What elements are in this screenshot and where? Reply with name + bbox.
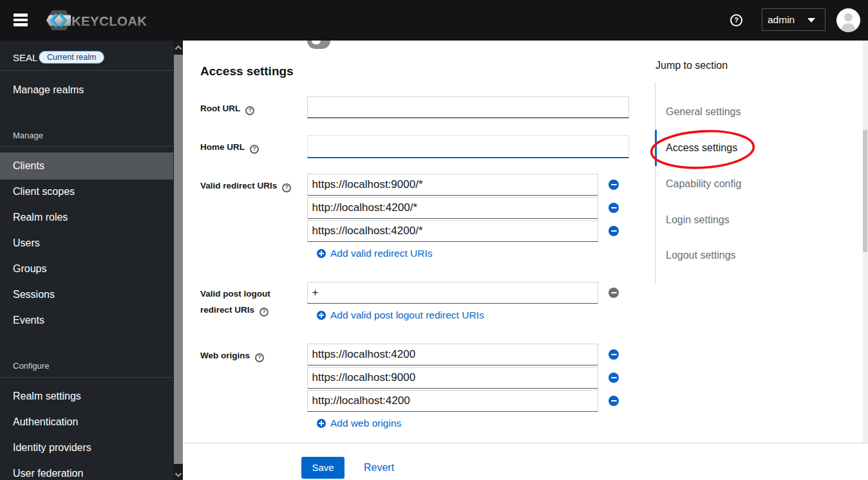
- svg-text:KEYCLOAK: KEYCLOAK: [71, 14, 147, 28]
